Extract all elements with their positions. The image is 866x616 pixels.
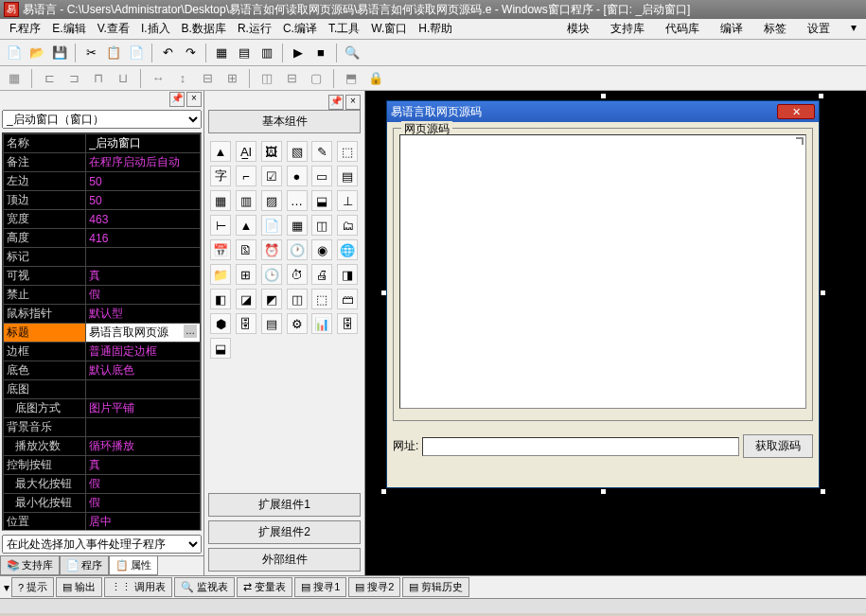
prop-name[interactable]: 位置 <box>4 513 86 532</box>
tab-output[interactable]: ▤ 输出 <box>56 577 102 597</box>
close-icon[interactable]: ✕ <box>777 104 815 119</box>
menu-help[interactable]: H.帮助 <box>413 19 458 39</box>
prop-name[interactable]: 标题 <box>4 324 86 343</box>
source-textarea[interactable] <box>399 134 806 409</box>
menu-tools[interactable]: T.工具 <box>323 19 365 39</box>
menu-window[interactable]: W.窗口 <box>365 19 413 39</box>
prop-name[interactable]: 可视 <box>4 267 86 286</box>
prop-value[interactable]: 假 <box>86 494 201 513</box>
component-icon[interactable]: ⬚ <box>311 289 332 309</box>
component-icon[interactable]: ⏰ <box>261 239 282 260</box>
resize-handle[interactable] <box>820 290 826 296</box>
external-components-button[interactable]: 外部组件 <box>208 548 361 572</box>
paste-icon[interactable]: 📄 <box>126 43 147 63</box>
menu-compile[interactable]: C.编译 <box>277 19 323 39</box>
component-icon[interactable]: ◉ <box>311 239 332 260</box>
component-icon[interactable]: ▲ <box>236 215 256 236</box>
tab-watch[interactable]: 🔍 监视表 <box>174 577 235 597</box>
prop-value[interactable]: 循环播放 <box>86 437 201 456</box>
prop-value[interactable]: 假 <box>86 475 201 494</box>
resize-handle[interactable] <box>600 93 607 99</box>
prop-name[interactable]: 底色 <box>4 361 86 380</box>
component-icon[interactable]: 🕒 <box>261 264 282 285</box>
pin-icon[interactable]: 📌 <box>169 92 185 107</box>
space-v-icon[interactable]: ↕ <box>172 68 193 89</box>
event-selector[interactable]: 在此处选择加入事件处理子程序 <box>2 535 202 554</box>
prop-value[interactable]: 416 <box>86 229 201 248</box>
component-icon[interactable]: 字 <box>210 166 231 186</box>
object-selector[interactable]: _启动窗口（窗口） <box>2 110 202 129</box>
menu-edit[interactable]: E.编辑 <box>46 19 91 39</box>
component-icon[interactable]: … <box>287 190 308 211</box>
component-icon[interactable]: ◫ <box>311 215 332 236</box>
horizontal-scrollbar[interactable] <box>0 598 866 613</box>
tab-search1[interactable]: ▤ 搜寻1 <box>294 577 346 597</box>
component-icon[interactable]: 📄 <box>261 215 282 236</box>
tab-properties[interactable]: 📋 属性 <box>109 556 158 575</box>
prop-name[interactable]: 最小化按钮 <box>4 494 86 513</box>
menu-settings-arrow[interactable]: ▾ <box>845 19 862 39</box>
prop-name[interactable]: 备注 <box>4 153 86 172</box>
same-h-icon[interactable]: ⊟ <box>281 68 302 89</box>
form-designer-canvas[interactable]: 易语言取网页源码 ✕ 网页源码 网址: 获取源码 <box>365 91 866 575</box>
prop-value[interactable]: 真 <box>86 267 201 286</box>
copy-icon[interactable]: 📋 <box>103 43 124 63</box>
menu-label[interactable]: 标签 <box>758 19 792 39</box>
menu-run[interactable]: R.运行 <box>232 19 277 39</box>
url-input[interactable] <box>422 437 739 456</box>
menu-translate[interactable]: 编译 <box>715 19 749 39</box>
prop-value[interactable] <box>86 418 201 437</box>
menu-module[interactable]: 模块 <box>561 19 595 39</box>
component-icon[interactable]: ⚙ <box>287 313 308 334</box>
collapse-icon[interactable]: ▾ <box>4 581 9 594</box>
space-h-icon[interactable]: ↔ <box>148 68 168 89</box>
tab-vars[interactable]: ⇄ 变量表 <box>237 577 292 597</box>
prop-value[interactable]: 默认型 <box>86 305 201 324</box>
same-w-icon[interactable]: ◫ <box>256 68 277 89</box>
prop-name[interactable]: 宽度 <box>4 210 86 229</box>
prop-name[interactable]: 播放次数 <box>4 437 86 456</box>
component-icon[interactable]: ⊞ <box>236 264 256 285</box>
component-icon[interactable]: 🗄 <box>337 313 358 334</box>
center-h-icon[interactable]: ⊟ <box>197 68 218 89</box>
prop-name[interactable]: 顶边 <box>4 191 86 210</box>
prop-value[interactable]: 463 <box>86 210 201 229</box>
prop-name[interactable]: 高度 <box>4 229 86 248</box>
component-icon[interactable]: 🖨 <box>311 264 332 285</box>
resize-handle[interactable] <box>818 93 824 99</box>
align-grid-icon[interactable]: ▦ <box>4 68 25 89</box>
layout2-icon[interactable]: ▤ <box>234 43 255 63</box>
component-icon[interactable]: ▧ <box>287 141 308 162</box>
layout3-icon[interactable]: ▥ <box>256 43 277 63</box>
center-v-icon[interactable]: ⊞ <box>221 68 242 89</box>
prop-name[interactable]: 标记 <box>4 248 86 267</box>
component-icon[interactable]: 🗄 <box>236 313 256 334</box>
resize-handle[interactable] <box>820 488 826 495</box>
prop-value[interactable] <box>86 380 201 399</box>
component-icon[interactable]: ▥ <box>236 190 256 211</box>
close-panel-icon[interactable]: × <box>186 92 202 107</box>
component-icon[interactable]: ▭ <box>311 166 332 186</box>
menu-file[interactable]: F.程序 <box>4 19 46 39</box>
order-icon[interactable]: ⬒ <box>341 68 362 89</box>
align-bottom-icon[interactable]: ⊔ <box>113 68 133 89</box>
component-icon[interactable]: ☑ <box>261 166 282 186</box>
resize-handle[interactable] <box>600 488 607 495</box>
menu-codebase[interactable]: 代码库 <box>660 19 705 39</box>
prop-value[interactable]: 真 <box>86 456 201 475</box>
prop-more-button[interactable]: … <box>184 325 197 338</box>
component-icon[interactable]: ◩ <box>261 289 282 309</box>
prop-name[interactable]: 底图方式 <box>4 399 86 418</box>
component-icon[interactable]: ⬓ <box>311 190 332 211</box>
pin-icon[interactable]: 📌 <box>328 95 344 110</box>
prop-value[interactable]: 居中 <box>86 513 201 532</box>
component-icon[interactable]: ◪ <box>236 289 256 309</box>
prop-name[interactable]: 名称 <box>4 134 86 153</box>
ext-components-2-button[interactable]: 扩展组件2 <box>208 520 361 544</box>
stop-icon[interactable]: ■ <box>310 43 331 63</box>
prop-value[interactable]: 假 <box>86 286 201 305</box>
menu-insert[interactable]: I.插入 <box>135 19 176 39</box>
tab-calltable[interactable]: ⋮⋮ 调用表 <box>104 577 172 597</box>
component-icon[interactable]: 📅 <box>210 239 231 260</box>
component-icon[interactable]: ⬚ <box>337 141 358 162</box>
